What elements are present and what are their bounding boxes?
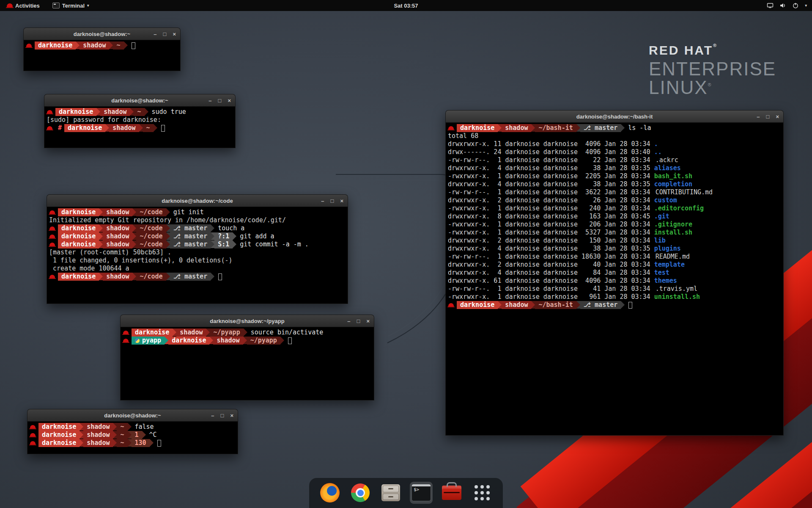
terminal-cursor bbox=[628, 302, 632, 309]
clock[interactable]: Sat 03:57 bbox=[394, 3, 418, 9]
redhat-icon bbox=[49, 226, 55, 230]
prompt-segment-path: ~/pyapp bbox=[210, 329, 243, 337]
terminal-icon-glyph: $> bbox=[414, 487, 419, 492]
titlebar[interactable]: darknoise@shadow:~/pyapp – □ × bbox=[120, 315, 374, 327]
minimize-button[interactable]: – bbox=[211, 413, 214, 418]
dock-item-firefox[interactable] bbox=[318, 482, 341, 504]
terminal-window-code[interactable]: darknoise@shadow:~/code – □ × darknoises… bbox=[47, 194, 348, 304]
screen-share-icon[interactable] bbox=[767, 2, 774, 9]
maximize-button[interactable]: □ bbox=[357, 318, 360, 324]
powerline-separator bbox=[132, 224, 136, 232]
redhat-icon bbox=[30, 425, 36, 429]
dock: $> bbox=[309, 478, 503, 508]
maximize-button[interactable]: □ bbox=[766, 114, 770, 119]
close-button[interactable]: × bbox=[340, 198, 343, 204]
prompt-segment-git: ⎇ master bbox=[170, 224, 211, 232]
terminal-window-pyapp[interactable]: darknoise@shadow:~/pyapp – □ × darknoise… bbox=[120, 315, 374, 400]
directory-name: plugins bbox=[654, 245, 681, 253]
titlebar[interactable]: darknoise@shadow:~/bash-it – □ × bbox=[445, 110, 784, 123]
terminal-content[interactable]: darknoiseshadow~/pyappsource bin/activat… bbox=[120, 327, 374, 400]
activities-button[interactable]: Activities bbox=[4, 0, 42, 11]
directory-name: .git bbox=[654, 213, 669, 221]
app-menu-terminal[interactable]: Terminal ▾ bbox=[50, 0, 92, 11]
prompt-segment-host: shadow bbox=[176, 329, 206, 337]
dock-item-terminal[interactable]: $> bbox=[410, 482, 433, 504]
prompt-segment-path: ~ bbox=[117, 439, 127, 447]
maximize-button[interactable]: □ bbox=[218, 98, 222, 103]
close-button[interactable]: × bbox=[228, 98, 231, 103]
output-text: drwxrwxr-x. 11 darknoise darknoise 4096 … bbox=[447, 140, 654, 148]
maximize-button[interactable]: □ bbox=[331, 198, 334, 204]
prompt-segment-host: shadow bbox=[83, 439, 113, 447]
powerline-separator bbox=[166, 224, 170, 232]
output-text: drwxrwxr-x. 4 darknoise darknoise 38 Jan… bbox=[447, 164, 654, 172]
output-text: create mode 100644 a bbox=[48, 265, 129, 273]
minimize-button[interactable]: – bbox=[321, 198, 324, 204]
prompt-segment-path: ~ bbox=[117, 431, 127, 439]
file-name: .travis.yml bbox=[654, 285, 697, 293]
prompt-segment-user: darknoise bbox=[58, 208, 99, 216]
dock-item-chrome[interactable] bbox=[349, 482, 372, 504]
terminal-content[interactable]: darknoiseshadow~ bbox=[23, 40, 181, 71]
command-text: touch a bbox=[218, 224, 244, 232]
minimize-button[interactable]: – bbox=[208, 98, 211, 103]
powerline-separator bbox=[145, 108, 148, 116]
terminal-window-sudo[interactable]: darknoise@shadow:~ – □ × darknoiseshadow… bbox=[44, 94, 236, 148]
prompt-segment-user: darknoise bbox=[132, 329, 173, 337]
titlebar[interactable]: darknoise@shadow:~/code – □ × bbox=[47, 194, 348, 207]
prompt-segment-git: ⎇ master bbox=[170, 240, 211, 248]
firefox-icon bbox=[320, 483, 340, 502]
prompt-segment-user: darknoise bbox=[58, 232, 99, 240]
chevron-down-icon[interactable]: ▾ bbox=[805, 3, 807, 8]
window-title: darknoise@shadow:~/pyapp bbox=[121, 318, 374, 324]
output-text: Initialized empty Git repository in /hom… bbox=[48, 216, 286, 224]
powerline-separator bbox=[166, 273, 170, 280]
dock-item-app-grid[interactable] bbox=[471, 482, 494, 504]
minimize-button[interactable]: – bbox=[154, 31, 156, 37]
directory-name: . bbox=[654, 140, 658, 148]
output-text: drwxrwxr-x. 2 darknoise darknoise 150 Ja… bbox=[447, 237, 654, 245]
minimize-button[interactable]: – bbox=[347, 318, 350, 324]
redhat-icon bbox=[26, 44, 32, 47]
prompt-segment-host: shadow bbox=[502, 301, 531, 309]
terminal-content[interactable]: darknoiseshadow~/bash-it⎇ masterls -lato… bbox=[445, 123, 784, 436]
terminal-window-home-1[interactable]: darknoise@shadow:~ – □ × darknoiseshadow… bbox=[23, 28, 181, 71]
prompt-segment-user: darknoise bbox=[38, 431, 80, 439]
terminal-window-bash-it[interactable]: darknoise@shadow:~/bash-it – □ × darknoi… bbox=[445, 110, 784, 436]
executable-name: .gitignore bbox=[654, 221, 692, 229]
close-button[interactable]: × bbox=[366, 318, 370, 324]
rhel-wordmark: RED HAT® ENTERPRISE LINUX® bbox=[649, 43, 776, 97]
dock-item-files[interactable] bbox=[379, 482, 402, 504]
titlebar[interactable]: darknoise@shadow:~ – □ × bbox=[27, 409, 238, 422]
powerline-separator bbox=[498, 124, 502, 132]
terminal-window-home-2[interactable]: darknoise@shadow:~ – □ × darknoiseshadow… bbox=[27, 409, 238, 454]
executable-name: install.sh bbox=[654, 229, 692, 237]
window-title: darknoise@shadow:~/code bbox=[47, 198, 348, 204]
titlebar[interactable]: darknoise@shadow:~ – □ × bbox=[23, 28, 181, 40]
directory-name: .. bbox=[654, 148, 662, 156]
titlebar[interactable]: darknoise@shadow:~ – □ × bbox=[44, 94, 236, 107]
maximize-button[interactable]: □ bbox=[221, 413, 224, 418]
close-button[interactable]: × bbox=[230, 413, 233, 418]
dock-item-toolbox[interactable] bbox=[440, 482, 463, 504]
terminal-line: drwxrwxr-x. 11 darknoise darknoise 4096 … bbox=[447, 140, 783, 148]
terminal-app-icon bbox=[52, 3, 60, 8]
terminal-content[interactable]: darknoiseshadow~sudo true[sudo] password… bbox=[44, 107, 236, 148]
close-button[interactable]: × bbox=[173, 31, 176, 37]
maximize-button[interactable]: □ bbox=[163, 31, 167, 37]
prompt-segment-host: shadow bbox=[83, 431, 113, 439]
terminal-line: darknoiseshadow~/code⎇ mastertouch a bbox=[48, 224, 348, 232]
redhat-icon bbox=[30, 441, 36, 445]
minimize-button[interactable]: – bbox=[757, 114, 760, 119]
close-button[interactable]: × bbox=[776, 114, 779, 119]
prompt-segment-host: shadow bbox=[213, 337, 243, 345]
terminal-line: Initialized empty Git repository in /hom… bbox=[48, 216, 348, 224]
terminal-content[interactable]: darknoiseshadow~falsedarknoiseshadow~1^C… bbox=[27, 422, 238, 454]
terminal-content[interactable]: darknoiseshadow~/codegit initInitialized… bbox=[47, 207, 348, 304]
terminal-line: drwxrwxr-x. 61 darknoise darknoise 4096 … bbox=[447, 277, 783, 285]
powerline-separator bbox=[166, 232, 170, 240]
output-text: -rw-rw-r--. 1 darknoise darknoise 3622 J… bbox=[447, 188, 654, 196]
powerline-separator bbox=[132, 208, 136, 216]
volume-icon[interactable] bbox=[779, 2, 786, 9]
power-icon[interactable] bbox=[792, 2, 799, 9]
